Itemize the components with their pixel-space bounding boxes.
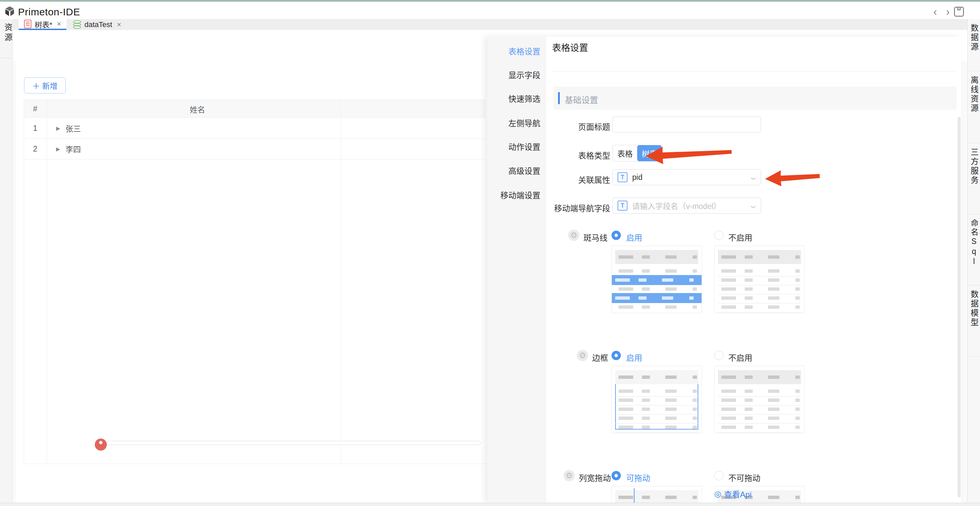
field-label-border: 边框: [592, 352, 608, 363]
database-icon: [73, 21, 81, 29]
menu-item-left-nav[interactable]: 左侧导航: [508, 117, 540, 129]
section-accent-bar: [558, 92, 560, 104]
rail-tab-data-model[interactable]: 数据模型: [968, 285, 980, 356]
zebra-preview-on: [611, 246, 702, 313]
app-window: Primeton-IDE ‹ › 资源 树表* × dataTest × 低开表…: [0, 0, 980, 506]
expand-caret-icon[interactable]: ▶: [56, 125, 60, 132]
drawer-menu: 表格设置 显示字段 快速筛选 左侧导航 动作设置 高级设置 移动端设置: [487, 37, 546, 503]
left-rail: 资源: [0, 19, 13, 506]
border-on-label[interactable]: 启用: [626, 352, 642, 363]
view-api-link[interactable]: ◎ 查看Api: [714, 488, 752, 500]
border-preview-on: [611, 366, 702, 433]
divider: [551, 71, 956, 72]
menu-item-mobile-settings[interactable]: 移动端设置: [500, 189, 540, 200]
zebra-radio-off[interactable]: [714, 231, 724, 240]
drag-on-label[interactable]: 可拖动: [626, 472, 650, 483]
rail-tab-offline-resources[interactable]: 离线资源: [968, 71, 980, 143]
drag-radio-off[interactable]: [714, 471, 724, 480]
drawer-title: 表格设置: [552, 41, 588, 54]
section-label: 基础设置: [565, 94, 598, 105]
error-badge[interactable]: [95, 439, 107, 450]
field-label-drag: 列宽拖动: [579, 472, 611, 483]
divider: [0, 58, 12, 58]
nav-back-icon[interactable]: ‹: [933, 5, 937, 18]
row-name-cell: ▶ 张三: [56, 118, 81, 138]
table-row[interactable]: 1 ▶ 张三: [24, 118, 486, 138]
menu-item-table-settings[interactable]: 表格设置: [508, 45, 540, 57]
page-title-input[interactable]: [612, 116, 761, 132]
rail-tab-third-party[interactable]: 三方服务: [968, 143, 980, 214]
row-name: 张三: [65, 123, 81, 134]
window-bottom-strip: [0, 503, 980, 506]
chevron-down-icon: ⌄: [748, 173, 758, 181]
relation-value: pid: [632, 173, 745, 182]
field-label-page-title: 页面标题: [578, 121, 610, 132]
save-icon[interactable]: [954, 7, 964, 17]
menu-item-action-settings[interactable]: 动作设置: [508, 140, 540, 152]
badge-dot: [99, 441, 102, 444]
close-icon[interactable]: ×: [57, 20, 61, 29]
row-index: 2: [24, 138, 47, 159]
field-label-relation: 关联属性: [578, 173, 610, 185]
gear-icon[interactable]: ⚙: [577, 350, 588, 361]
nav-forward-icon[interactable]: ›: [946, 5, 950, 18]
row-name: 李四: [65, 143, 81, 154]
row-name-cell: ▶ 李四: [56, 138, 81, 159]
editor-tabbar: 树表* × dataTest ×: [13, 19, 967, 30]
rail-tab-named-sql[interactable]: 命名Sql: [968, 214, 980, 285]
field-type-icon: T: [617, 200, 627, 211]
app-logo: [4, 6, 15, 17]
menu-item-advanced-settings[interactable]: 高级设置: [508, 165, 540, 176]
api-link-text: 查看Api: [724, 488, 752, 500]
field-type-icon: T: [617, 172, 627, 182]
table-type-option-tree[interactable]: 树表: [637, 145, 662, 161]
table-row[interactable]: 2 ▶ 李四: [24, 138, 486, 159]
section-basic-settings: [554, 86, 957, 110]
tab-datatest[interactable]: dataTest ×: [68, 19, 127, 30]
gear-icon[interactable]: ⚙: [568, 230, 579, 241]
column-header-index[interactable]: #: [24, 100, 47, 118]
api-link-icon: ◎: [714, 489, 721, 499]
table-header: # 姓名: [24, 99, 486, 118]
tab-label: 树表*: [35, 19, 52, 29]
drag-radio-on[interactable]: [611, 471, 621, 480]
page-canvas: ＋ 新增 # 姓名 1 ▶ 张三 2 ▶ 李四: [16, 61, 487, 504]
field-label-table-type: 表格类型: [578, 149, 610, 161]
border-off-label[interactable]: 不启用: [728, 352, 752, 363]
mobile-nav-select[interactable]: T 请输入字段名（v-model） ⌄: [612, 197, 761, 213]
mobile-nav-placeholder: 请输入字段名（v-model）: [632, 200, 745, 211]
zebra-preview-off: [714, 246, 805, 313]
relation-select[interactable]: T pid ⌄: [612, 169, 761, 185]
menu-item-display-fields[interactable]: 显示字段: [508, 69, 540, 80]
settings-drawer: 表格设置 显示字段 快速筛选 左侧导航 动作设置 高级设置 移动端设置 表格设置…: [487, 37, 961, 503]
chevron-down-icon: ⌄: [748, 201, 758, 210]
expand-caret-icon[interactable]: ▶: [56, 146, 60, 152]
zebra-on-label[interactable]: 启用: [626, 231, 642, 243]
close-icon[interactable]: ×: [117, 21, 121, 29]
gear-icon[interactable]: ⚙: [563, 470, 575, 481]
add-row-button[interactable]: ＋ 新增: [24, 78, 66, 94]
border-radio-on[interactable]: [611, 351, 621, 360]
table-type-option-table[interactable]: 表格: [613, 145, 637, 161]
row-index: 1: [24, 118, 47, 138]
tab-label: dataTest: [84, 21, 112, 29]
field-label-zebra: 斑马线: [584, 231, 608, 243]
left-rail-tab-resources[interactable]: 资源: [2, 23, 14, 43]
drag-off-label[interactable]: 不可拖动: [728, 472, 760, 483]
horizontal-scrollbar[interactable]: [107, 441, 480, 445]
drawer-scrollbar[interactable]: [958, 117, 961, 497]
border-preview-off: [714, 366, 805, 433]
rail-tab-datasource[interactable]: 数据源: [968, 19, 980, 71]
border-radio-off[interactable]: [714, 351, 724, 360]
zebra-off-label[interactable]: 不启用: [728, 231, 752, 243]
right-rail: 数据源 离线资源 三方服务 命名Sql 数据模型: [967, 19, 980, 506]
field-label-mobile-nav: 移动端导航字段: [554, 202, 610, 213]
menu-item-quick-filter[interactable]: 快速筛选: [508, 92, 540, 104]
table-type-segmented: 表格 树表: [612, 145, 662, 162]
tab-tree-table[interactable]: 树表* ×: [19, 19, 67, 30]
zebra-radio-on[interactable]: [611, 231, 621, 240]
form-file-icon: [24, 20, 31, 29]
titlebar: Primeton-IDE ‹ ›: [0, 2, 980, 19]
column-header-name[interactable]: 姓名: [47, 100, 348, 118]
app-title: Primeton-IDE: [18, 6, 80, 18]
